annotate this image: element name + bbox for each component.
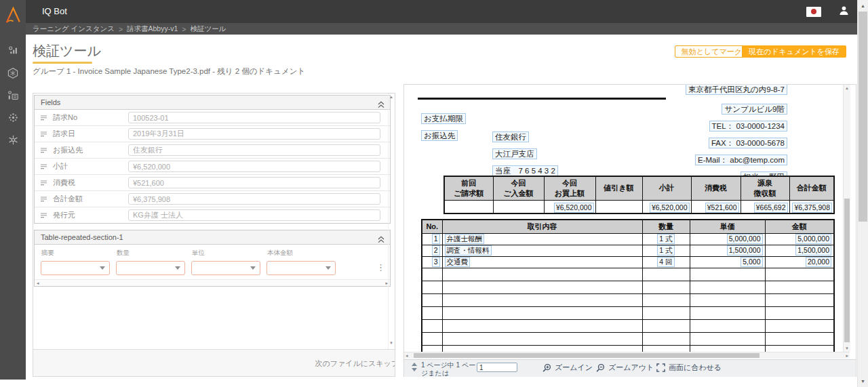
previous-page-icon[interactable] — [412, 363, 417, 366]
recognized-value[interactable]: ¥6,375,908 — [792, 203, 832, 213]
fit-to-screen-button[interactable]: 画面に合わせる — [656, 363, 722, 373]
field-value-input[interactable] — [128, 112, 380, 123]
recognized-text[interactable]: TEL： 03-0000-1234 — [709, 121, 787, 131]
doc-payment-due-label[interactable]: お支払期限 — [421, 113, 466, 124]
scroll-up-icon[interactable]: ▲ — [844, 86, 850, 90]
field-value-input[interactable] — [128, 144, 380, 156]
user-profile-icon[interactable] — [839, 5, 849, 18]
empty-cell — [442, 319, 642, 332]
scrollbar-thumb[interactable] — [414, 353, 760, 358]
analytics-icon[interactable] — [0, 39, 26, 62]
invoice-empty-row — [422, 319, 834, 332]
page-scrollbar[interactable]: ▲ ▼ — [857, 0, 868, 387]
recognized-value[interactable]: 5,000,000 — [795, 234, 831, 244]
document-vertical-scrollbar[interactable]: ▲ ▼ — [843, 85, 850, 352]
item-cell: 5,000,000 — [690, 233, 765, 245]
recognized-value[interactable]: 1,500,000 — [727, 245, 763, 256]
column-mapping-dropdown[interactable] — [191, 261, 260, 275]
recognized-text[interactable]: 住友銀行 — [492, 131, 529, 142]
recognized-value[interactable]: 弁護士報酬 — [445, 234, 485, 244]
recognized-value[interactable]: 5,000 — [741, 257, 762, 267]
recognized-value[interactable]: 5,000,000 — [727, 234, 763, 244]
scroll-up-icon[interactable]: ▲ — [389, 95, 393, 99]
scroll-left-icon[interactable]: ◂ — [406, 353, 408, 359]
field-value-input[interactable] — [128, 209, 380, 221]
skip-to-next-file-link[interactable]: 次のファイルにスキップ — [315, 359, 395, 369]
breadcrumb-item[interactable]: 検証ツール — [190, 24, 226, 34]
scroll-down-icon[interactable]: ▼ — [844, 346, 850, 350]
scroll-down-icon[interactable]: ▼ — [858, 376, 868, 386]
fields-section-header[interactable]: Fields — [35, 96, 390, 110]
recognized-value[interactable]: 1,500,000 — [795, 245, 831, 256]
zoom-in-label: ズームイン — [555, 363, 593, 373]
column-mapping-dropdown[interactable] — [267, 261, 336, 275]
recognized-value[interactable]: 20,000 — [806, 257, 831, 267]
scroll-left-icon[interactable]: ◂ — [37, 280, 39, 286]
next-page-icon[interactable] — [412, 368, 417, 371]
table-horizontal-scrollbar[interactable]: ◂ ▸ — [35, 279, 390, 286]
recognized-value[interactable]: 4 回 — [657, 257, 674, 267]
doc-transfer-label[interactable]: お振込先 — [421, 130, 458, 141]
mark-invalid-button[interactable]: 無効としてマーク — [675, 45, 749, 58]
recognized-value[interactable]: 調査・情報料 — [445, 245, 492, 256]
save-document-button[interactable]: 現在のドキュメントを保存 — [742, 45, 846, 58]
recognized-value[interactable]: 1 — [432, 234, 440, 244]
scrollbar-thumb[interactable] — [844, 199, 850, 342]
empty-cell — [442, 281, 642, 293]
panel-vertical-scrollbar[interactable]: ▲ ▼ — [388, 94, 395, 349]
recognized-text[interactable]: FAX： 03-0000-5678 — [709, 138, 787, 148]
scroll-down-icon[interactable]: ▼ — [389, 341, 393, 345]
recognized-value[interactable]: ¥6,520,000 — [554, 203, 594, 213]
breadcrumb: ラーニング インスタンス>請求書Abbyy-v1>検証ツール — [26, 23, 857, 35]
breadcrumb-item[interactable]: 請求書Abbyy-v1 — [127, 24, 178, 34]
automation-anywhere-logo-icon[interactable] — [0, 0, 26, 31]
invoice-empty-row — [422, 281, 834, 293]
field-value-input[interactable] — [128, 161, 380, 172]
scroll-up-icon[interactable]: ▲ — [858, 1, 868, 11]
scroll-right-icon[interactable]: ▸ — [846, 353, 848, 359]
recognized-value[interactable]: 1 式 — [657, 245, 674, 256]
item-cell: 弁護士報酬 — [442, 233, 642, 245]
row-menu-kebab-icon[interactable]: ⋮ — [376, 262, 385, 272]
summary-value-cell: ¥6,520,000 — [642, 200, 691, 213]
bot-store-icon[interactable] — [0, 62, 26, 84]
scrollbar-thumb[interactable] — [859, 12, 867, 222]
field-value-input[interactable] — [128, 177, 380, 188]
recognized-value[interactable]: ¥521,600 — [705, 203, 739, 213]
recognized-text[interactable]: 東京都千代田区丸の内9-8-7 — [686, 85, 787, 95]
document-horizontal-scrollbar[interactable]: ◂ ▸ — [404, 352, 850, 359]
invoice-empty-row — [422, 306, 834, 319]
language-japan-flag-icon[interactable] — [806, 7, 821, 17]
item-cell: 1,500,000 — [765, 245, 834, 256]
page-title: 検証ツール — [33, 42, 101, 60]
summary-header-cell: 前回 ご請求額 — [444, 176, 493, 200]
recognized-value[interactable]: 1 式 — [657, 234, 674, 244]
settings-icon[interactable] — [0, 129, 26, 151]
summary-header-cell: 今回 お買上額 — [544, 176, 595, 200]
page-number-input[interactable] — [477, 363, 517, 372]
processes-icon[interactable] — [0, 106, 26, 129]
recognized-value[interactable]: 交通費 — [445, 257, 471, 267]
empty-cell — [642, 306, 690, 319]
learning-instances-icon[interactable] — [0, 84, 26, 106]
recognized-text[interactable]: E-Mail： abc@temp.com — [695, 155, 787, 165]
recognized-text[interactable]: 当座 7 6 5 4 3 2 — [492, 165, 558, 176]
recognized-value[interactable]: ¥6,520,000 — [650, 203, 690, 213]
recognized-value[interactable]: 2 — [432, 245, 440, 256]
recognized-text[interactable]: 大江戸支店 — [492, 148, 537, 159]
field-value-input[interactable] — [128, 128, 380, 140]
zoom-out-button[interactable]: ズームアウト — [596, 363, 654, 373]
recognized-value[interactable]: ¥665,692 — [754, 203, 788, 213]
column-mapping-dropdown[interactable] — [41, 261, 110, 275]
top-bar: IQ Bot — [26, 0, 857, 23]
zoom-in-button[interactable]: ズームイン — [542, 363, 593, 373]
field-value-input[interactable] — [128, 193, 380, 205]
field-row: 合計金額 — [35, 191, 390, 207]
summary-header-cell: 消費税 — [691, 176, 741, 200]
recognized-text[interactable]: サンプルビル9階 — [722, 104, 787, 115]
breadcrumb-item[interactable]: ラーニング インスタンス — [33, 24, 115, 34]
empty-cell — [422, 319, 442, 332]
recognized-value[interactable]: 3 — [432, 257, 440, 267]
table-section-header[interactable]: Table-repeated-section-1 — [35, 230, 390, 245]
column-mapping-dropdown[interactable] — [116, 261, 185, 275]
